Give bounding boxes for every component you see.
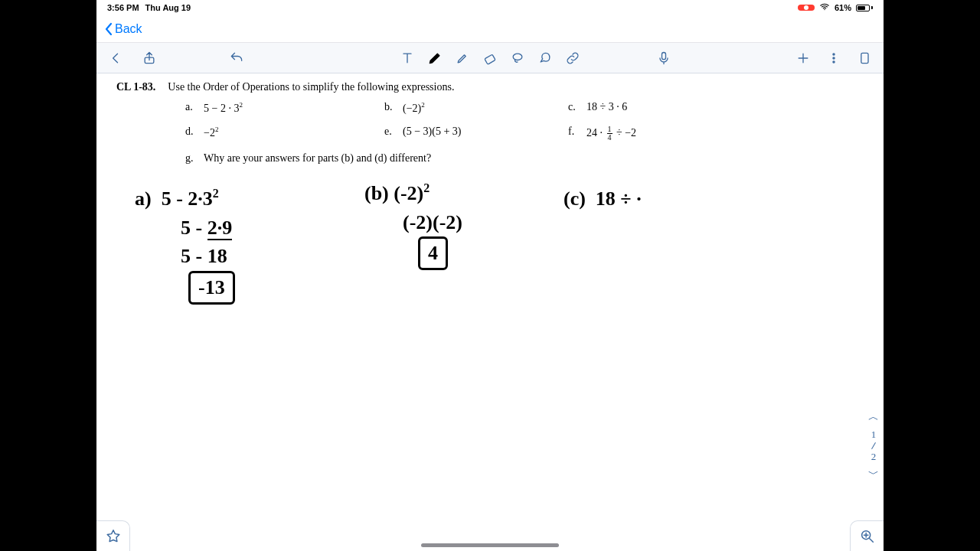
undo-icon[interactable] bbox=[228, 50, 245, 67]
page-current: 1 bbox=[871, 429, 877, 441]
status-time: 3:56 PM bbox=[107, 3, 139, 12]
shape-tool-icon[interactable] bbox=[537, 50, 554, 67]
ipad-frame: 3:56 PM Thu Aug 19 61% Back bbox=[96, 0, 884, 551]
text-tool-icon[interactable] bbox=[399, 50, 416, 67]
eraser-tool-icon[interactable] bbox=[482, 50, 498, 67]
battery-percent: 61% bbox=[835, 3, 851, 12]
home-indicator[interactable] bbox=[421, 543, 559, 547]
svg-point-3 bbox=[513, 54, 522, 60]
highlighter-tool-icon[interactable] bbox=[454, 50, 471, 67]
status-bar: 3:56 PM Thu Aug 19 61% bbox=[96, 0, 884, 15]
lasso-tool-icon[interactable] bbox=[509, 50, 526, 67]
page-navigator: ︿ 1 2 ﹀ bbox=[868, 410, 879, 481]
screen-recording-pill[interactable] bbox=[798, 5, 815, 11]
toolbar bbox=[96, 43, 884, 73]
problem-item-g: g. Why are your answers for parts (b) an… bbox=[185, 152, 864, 165]
link-tool-icon[interactable] bbox=[564, 50, 581, 67]
problem-item-a: a.5 − 2 · 32 bbox=[185, 101, 384, 115]
problem-item-b: b.(−2)2 bbox=[384, 101, 568, 115]
page-up-icon[interactable]: ︿ bbox=[868, 410, 879, 424]
more-icon[interactable] bbox=[825, 50, 842, 67]
problem-item-f: f.24 · 14 ÷ −2 bbox=[568, 126, 752, 142]
problem-item-c: c.18 ÷ 3 · 6 bbox=[568, 101, 752, 115]
page-separator bbox=[871, 442, 876, 449]
page-total: 2 bbox=[871, 451, 877, 463]
page-down-icon[interactable]: ﹀ bbox=[868, 468, 879, 481]
svg-point-6 bbox=[833, 57, 835, 58]
status-date: Thu Aug 19 bbox=[145, 3, 191, 12]
problem-prompt: Use the Order of Operations to simplify … bbox=[168, 81, 454, 93]
svg-rect-4 bbox=[662, 52, 666, 59]
document-content[interactable]: CL 1-83. Use the Order of Operations to … bbox=[96, 73, 884, 551]
svg-point-7 bbox=[833, 60, 835, 62]
svg-point-5 bbox=[833, 53, 835, 54]
svg-rect-2 bbox=[485, 54, 495, 64]
zoom-in-button[interactable] bbox=[850, 520, 884, 551]
problem-heading: CL 1-83. Use the Order of Operations to … bbox=[116, 81, 864, 93]
problem-id: CL 1-83. bbox=[116, 81, 155, 93]
handwriting-col-c: (c) 18 ÷ · bbox=[564, 184, 642, 214]
problem-item-d: d.−22 bbox=[185, 126, 384, 142]
handwriting-col-a: a) 5 - 2·32 5 - 2·9 5 - 18 -13 bbox=[135, 184, 235, 305]
wifi-icon bbox=[819, 2, 830, 15]
share-icon[interactable] bbox=[141, 50, 158, 67]
pages-icon[interactable] bbox=[856, 50, 873, 67]
page-back-icon[interactable] bbox=[107, 50, 124, 67]
svg-point-0 bbox=[824, 8, 825, 9]
problem-items-grid: a.5 − 2 · 32 b.(−2)2 c.18 ÷ 3 · 6 d.−22 … bbox=[185, 101, 864, 142]
back-label: Back bbox=[115, 22, 142, 36]
battery-icon bbox=[856, 5, 873, 11]
pen-tool-icon[interactable] bbox=[426, 50, 443, 67]
microphone-icon[interactable] bbox=[655, 50, 672, 67]
add-icon[interactable] bbox=[795, 50, 812, 67]
back-button[interactable]: Back bbox=[104, 22, 142, 36]
svg-rect-8 bbox=[861, 53, 868, 63]
navigation-bar: Back bbox=[96, 15, 884, 43]
problem-item-e: e.(5 − 3)(5 + 3) bbox=[384, 126, 568, 142]
handwriting-col-b: (b) (-2)2 (-2)(-2) 4 bbox=[364, 179, 462, 270]
favorite-button[interactable] bbox=[96, 520, 130, 551]
